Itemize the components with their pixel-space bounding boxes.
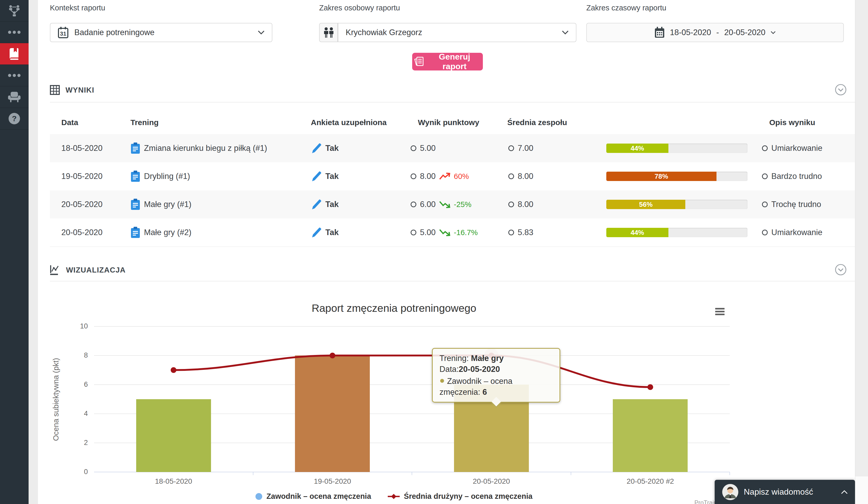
context-select[interactable]: 31 Badanie potreningowe (50, 23, 272, 42)
person-addon (319, 23, 338, 42)
trend-label: -16.7% (454, 228, 478, 237)
bullet-icon (762, 202, 768, 207)
pencil-icon[interactable] (311, 171, 322, 182)
person-select[interactable]: Krychowiak Grzegorz (338, 23, 576, 42)
ellipsis-icon (8, 30, 21, 34)
generate-report-button[interactable]: Generuj raport (412, 53, 483, 70)
col-opis: Opis wyniku (769, 118, 815, 127)
training-name[interactable]: Drybling (#1) (144, 172, 190, 181)
progress-cell: 44% (606, 219, 747, 246)
period-select[interactable]: 18-05-2020 - 20-05-2020 (586, 23, 844, 42)
survey-cell: Tak (311, 134, 339, 162)
score-cell: 5.00 -16.7% (411, 219, 478, 246)
training-name[interactable]: Małe gry (#1) (144, 200, 192, 209)
bullet-icon (411, 202, 416, 207)
tooltip-line1-value: Małe gry (471, 354, 504, 363)
bar-19-05-2020[interactable] (295, 355, 370, 472)
training-cell[interactable]: Drybling (#1) (131, 162, 190, 190)
score-value: 8.00 (420, 172, 436, 181)
scrollbar-bottom (855, 476, 868, 504)
viz-section-title: WIZUALIZACJA (66, 266, 125, 274)
progress-track: 44% (606, 143, 747, 153)
training-cell[interactable]: Małe gry (#2) (131, 219, 192, 246)
trend-label: -25% (454, 200, 472, 209)
legend-item-player[interactable]: Zawodnik – ocena zmęczenia (256, 492, 371, 501)
legend-label: Zawodnik – ocena zmęczenia (266, 492, 371, 501)
desc-value: Bardzo trudno (771, 172, 822, 181)
progress-fill: 56% (606, 200, 685, 209)
training-name[interactable]: Zmiana kierunku biegu z piłką (#1) (144, 143, 267, 153)
team-avg-value: 8.00 (518, 172, 533, 181)
x-tick-label: 20-05-2020 #2 (571, 477, 730, 485)
trend: 60% (439, 172, 469, 181)
survey-cell: Tak (311, 162, 339, 190)
trend: -16.7% (439, 228, 478, 237)
results-collapse-button[interactable] (835, 84, 847, 96)
pencil-icon[interactable] (311, 142, 322, 154)
sidebar: ? (0, 0, 29, 504)
x-tick-label: 20-05-2020 (412, 477, 571, 485)
x-tick-mark (253, 472, 254, 475)
desc-cell: Trochę trudno (762, 190, 821, 219)
results-section-title: WYNIKI (65, 86, 94, 94)
pencil-icon[interactable] (311, 227, 322, 238)
trend-up-icon (439, 173, 451, 180)
desc-cell: Umiarkowanie (762, 134, 822, 162)
clipboard-icon (131, 199, 140, 210)
sidebar-gap (29, 0, 38, 504)
message-panel[interactable]: Napisz wiadomość (715, 480, 855, 504)
survey-value: Tak (326, 172, 339, 181)
clipboard-icon (131, 170, 140, 182)
message-panel-label: Napisz wiadomość (744, 487, 836, 497)
ellipsis-icon (8, 73, 21, 77)
survey-cell: Tak (311, 219, 339, 246)
scrollbar-track[interactable] (855, 0, 868, 504)
training-name[interactable]: Małe gry (#2) (144, 228, 192, 237)
score-cell: 8.00 60% (411, 162, 469, 190)
tooltip-line2-label: Data: (440, 365, 459, 374)
y-tick-label: 6 (72, 381, 88, 389)
bullet-icon (508, 173, 514, 179)
context-label: Kontekst raportu (50, 4, 105, 12)
sidebar-item-help[interactable]: ? (0, 108, 29, 130)
training-cell[interactable]: Małe gry (#1) (131, 190, 192, 219)
sidebar-item-more-2[interactable] (0, 65, 29, 86)
training-cell[interactable]: Zmiana kierunku biegu z piłką (#1) (131, 134, 267, 162)
progress-fill: 44% (606, 228, 669, 237)
clipboard-icon (131, 226, 140, 239)
viz-divider (50, 281, 855, 281)
x-tick-mark (730, 472, 730, 475)
x-tick-label: 18-05-2020 (94, 477, 253, 485)
sidebar-item-more-1[interactable] (0, 22, 29, 43)
survey-cell: Tak (311, 190, 339, 219)
score-value: 5.00 (420, 143, 436, 153)
progress-track: 56% (606, 200, 747, 209)
table-row: 20-05-2020 Małe gry (#1) Tak 6.00 -25% 8… (50, 190, 855, 219)
desc-value: Umiarkowanie (771, 228, 822, 237)
y-tick-label: 0 (72, 468, 88, 476)
trend-down-icon (439, 201, 451, 208)
sidebar-item-club[interactable] (0, 86, 29, 108)
bar-18-05-2020[interactable] (136, 399, 211, 472)
trend: -25% (439, 200, 472, 209)
x-tick-label: 19-05-2020 (253, 477, 412, 485)
tooltip-line1-label: Trening: (440, 354, 471, 363)
svg-text:31: 31 (60, 30, 66, 37)
page: ? Kontekst raportu 31 Badanie potreningo… (0, 0, 868, 504)
context-value: Badanie potreningowe (74, 28, 252, 37)
book-icon (8, 47, 21, 61)
progress-label: 44% (630, 229, 644, 236)
viz-collapse-button[interactable] (835, 264, 847, 276)
period-from: 18-05-2020 (670, 28, 711, 37)
pencil-icon[interactable] (311, 199, 322, 210)
tooltip-line3-label: Zawodnik – ocena zmęczenia: (440, 376, 513, 396)
gridline (94, 384, 730, 385)
sidebar-item-structure[interactable] (0, 0, 29, 22)
people-icon (323, 27, 334, 38)
team-avg-cell: 7.00 (508, 134, 533, 162)
sidebar-item-reports[interactable] (0, 43, 29, 65)
legend-label: Średnia drużyny – ocena zmęczenia (404, 492, 533, 501)
legend-item-team[interactable]: Średnia drużyny – ocena zmęczenia (388, 492, 533, 501)
bar-20-05-2020 #2[interactable] (613, 399, 688, 472)
table-row: 20-05-2020 Małe gry (#2) Tak 5.00 -16.7%… (50, 219, 855, 247)
